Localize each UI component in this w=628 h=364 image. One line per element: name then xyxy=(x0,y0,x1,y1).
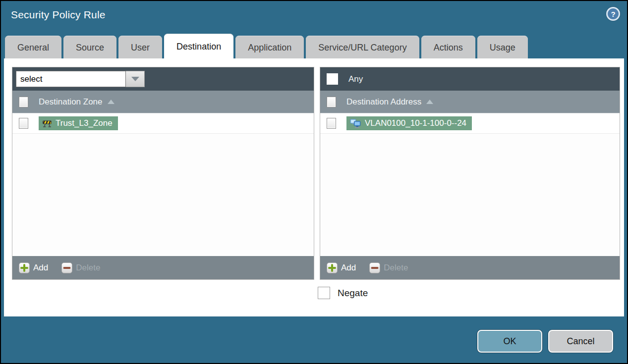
zone-delete-label: Delete xyxy=(76,263,100,273)
tab-destination[interactable]: Destination xyxy=(164,34,233,58)
address-panel-footer: Add Delete xyxy=(320,256,620,279)
ok-button[interactable]: OK xyxy=(477,330,542,353)
zone-delete-button[interactable]: Delete xyxy=(61,262,100,273)
table-row: VLAN0100_10-1-100-0--24 xyxy=(320,113,620,134)
zone-select-combobox[interactable]: select xyxy=(16,71,145,87)
address-item[interactable]: VLAN0100_10-1-100-0--24 xyxy=(346,116,472,130)
negate-row: Negate xyxy=(318,287,368,299)
address-column-header-label: Destination Address xyxy=(346,97,421,107)
destination-zone-panel: select Destination Zone xyxy=(12,67,314,280)
zone-panel-toolbar: select xyxy=(12,67,314,91)
help-icon[interactable]: ? xyxy=(606,7,620,21)
tab-bar: General Source User Destination Applicat… xyxy=(5,34,528,58)
zone-column-header[interactable]: Destination Zone xyxy=(12,91,314,113)
any-label: Any xyxy=(348,74,363,84)
sort-ascending-icon xyxy=(108,100,114,104)
zone-row-checkbox[interactable] xyxy=(19,118,28,129)
address-row-checkbox[interactable] xyxy=(327,118,336,129)
tab-application[interactable]: Application xyxy=(235,36,304,58)
address-select-all-checkbox[interactable] xyxy=(327,97,336,107)
destination-address-panel: Any Destination Address xyxy=(320,67,620,280)
add-plus-icon xyxy=(19,262,30,273)
address-rows: VLAN0100_10-1-100-0--24 xyxy=(320,113,620,256)
network-icon xyxy=(350,119,361,128)
chevron-down-icon xyxy=(131,77,139,81)
address-column-header[interactable]: Destination Address xyxy=(320,91,620,113)
sort-ascending-icon xyxy=(426,100,433,104)
tab-source[interactable]: Source xyxy=(63,36,116,58)
zone-panel-footer: Add Delete xyxy=(12,256,314,279)
add-plus-icon xyxy=(327,262,338,273)
delete-minus-icon xyxy=(369,262,380,273)
address-add-label: Add xyxy=(341,263,356,273)
tab-usage[interactable]: Usage xyxy=(477,36,528,58)
tab-actions[interactable]: Actions xyxy=(421,36,475,58)
negate-checkbox[interactable] xyxy=(318,287,330,299)
table-row: Trust_L3_Zone xyxy=(12,113,314,134)
cancel-button[interactable]: Cancel xyxy=(548,330,613,353)
zone-add-button[interactable]: Add xyxy=(19,262,48,273)
address-item-label: VLAN0100_10-1-100-0--24 xyxy=(365,118,466,128)
address-delete-label: Delete xyxy=(384,263,408,273)
zone-icon xyxy=(42,119,52,127)
tab-general[interactable]: General xyxy=(5,36,61,58)
delete-minus-icon xyxy=(61,262,72,273)
zone-rows: Trust_L3_Zone xyxy=(12,113,314,256)
zone-select-all-checkbox[interactable] xyxy=(19,97,28,107)
zone-select-dropdown-button[interactable] xyxy=(126,71,145,87)
zone-add-label: Add xyxy=(33,263,48,273)
tab-service-url-category[interactable]: Service/URL Category xyxy=(306,36,419,58)
address-add-button[interactable]: Add xyxy=(327,262,356,273)
zone-item[interactable]: Trust_L3_Zone xyxy=(39,116,118,130)
destination-tab-content: select Destination Zone xyxy=(4,58,624,316)
tab-user[interactable]: User xyxy=(118,36,162,58)
address-panel-toolbar: Any xyxy=(320,67,620,91)
dialog-title: Security Policy Rule xyxy=(11,9,106,21)
any-checkbox[interactable] xyxy=(327,73,338,85)
security-policy-rule-dialog: Security Policy Rule ? General Source Us… xyxy=(0,0,628,364)
negate-label: Negate xyxy=(338,288,368,299)
address-delete-button[interactable]: Delete xyxy=(369,262,408,273)
zone-column-header-label: Destination Zone xyxy=(39,97,103,107)
zone-item-label: Trust_L3_Zone xyxy=(56,118,113,128)
zone-select-input[interactable]: select xyxy=(16,71,126,87)
